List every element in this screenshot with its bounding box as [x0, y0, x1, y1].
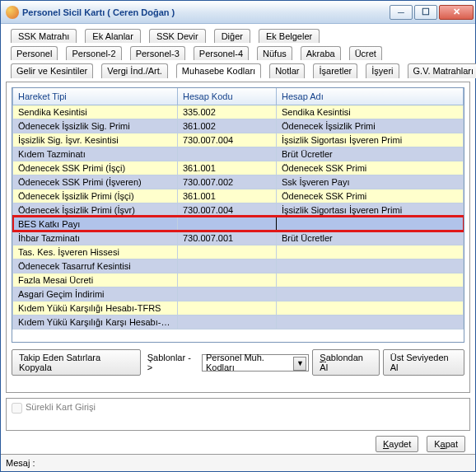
- grid-cell[interactable]: 361.002: [178, 119, 277, 133]
- grid-cell[interactable]: 730.007.002: [178, 175, 277, 189]
- tab-vergi-i-nd-art-[interactable]: Vergi İnd./Art.: [101, 63, 168, 78]
- grid-cell[interactable]: Sendika Kesintisi: [13, 105, 178, 119]
- grid-cell[interactable]: Kıdem Tazminatı: [13, 147, 178, 161]
- continuous-entry-label: Sürekli Kart Girişi: [26, 402, 96, 412]
- grid-cell[interactable]: [178, 273, 277, 287]
- copy-following-rows-button[interactable]: Takip Eden Satırlara Kopyala: [12, 349, 141, 376]
- grid-cell[interactable]: 361.001: [178, 161, 277, 175]
- templates-label: Şablonlar ->: [144, 353, 198, 372]
- table-row[interactable]: Kıdem Yükü Karşılığı Karşı Hesabı-TFRS: [13, 315, 464, 329]
- grid-cell[interactable]: Ssk İşveren Payı: [277, 175, 464, 189]
- grid-cell[interactable]: Ödenecek SSK Primi (İşveren): [13, 175, 178, 189]
- table-row[interactable]: Kıdem Yükü Karşılığı Hesabı-TFRS: [13, 301, 464, 315]
- grid-cell[interactable]: [178, 245, 277, 259]
- tab-g-v-matrahlar-[interactable]: G.V. Matrahları: [408, 63, 476, 78]
- grid-cell[interactable]: 730.007.004: [178, 203, 277, 217]
- grid-cell[interactable]: [277, 315, 464, 329]
- grid-cell[interactable]: Kıdem Yükü Karşılığı Karşı Hesabı-TFRS: [13, 315, 178, 329]
- grid-cell[interactable]: Ödenecek SSK Primi (İşçi): [13, 161, 178, 175]
- grid-cell[interactable]: Tas. Kes. İşveren Hissesi: [13, 245, 178, 259]
- grid-cell[interactable]: Ödenecek İşsizlik Sig. Primi: [13, 119, 178, 133]
- table-row[interactable]: Ödenecek İşsizlik Sig. Primi361.002Ödene…: [13, 119, 464, 133]
- tab-muhasebe-kodlar-[interactable]: Muhasebe Kodları: [176, 63, 261, 78]
- tab-personel[interactable]: Personel: [11, 46, 58, 60]
- grid-cell[interactable]: [277, 245, 464, 259]
- tab-akraba[interactable]: Akraba: [301, 46, 341, 60]
- tab-ssk-devir[interactable]: SSK Devir: [149, 29, 206, 43]
- template-select[interactable]: Personel Muh. Kodları: [202, 354, 309, 372]
- get-from-parent-button[interactable]: Üst Seviyeden Al: [383, 349, 464, 376]
- grid-cell[interactable]: Fazla Mesai Ücreti: [13, 273, 178, 287]
- table-row[interactable]: Ödenecek SSK Primi (İşçi)361.001Ödenecek…: [13, 161, 464, 175]
- tab-personel-2[interactable]: Personel-2: [66, 46, 121, 60]
- tab-notlar[interactable]: Notlar: [269, 63, 305, 78]
- table-row[interactable]: Ödenecek İşsizlik Primi (İşvr)730.007.00…: [13, 203, 464, 217]
- grid-cell[interactable]: Ödenecek İşsizlik Primi (İşvr): [13, 203, 178, 217]
- tab-ssk-matrah-[interactable]: SSK Matrahı: [11, 29, 77, 43]
- grid-cell[interactable]: Ödenecek SSK Primi: [277, 161, 464, 175]
- tab-di-er[interactable]: Diğer: [214, 29, 250, 43]
- grid-cell[interactable]: [277, 273, 464, 287]
- grid-cell[interactable]: İşsizlik Sigortası İşveren Primi: [277, 203, 464, 217]
- grid-cell[interactable]: [178, 147, 277, 161]
- grid-cell[interactable]: Ödenecek İşsizlik Primi (İşçi): [13, 189, 178, 203]
- grid-cell[interactable]: [277, 217, 464, 231]
- window-title: Personel Sicil Kartı ( Ceren Doğan ): [22, 7, 390, 17]
- table-row[interactable]: Ödenecek Tasarruf Kesintisi: [13, 259, 464, 273]
- accounting-codes-grid[interactable]: Hareket TipiHesap KoduHesap Adı Sendika …: [12, 87, 464, 343]
- grid-cell[interactable]: [178, 259, 277, 273]
- column-header[interactable]: Hesap Kodu: [178, 88, 277, 105]
- titlebar[interactable]: Personel Sicil Kartı ( Ceren Doğan ) ─ ☐…: [1, 1, 475, 24]
- grid-cell[interactable]: Ödenecek SSK Primi: [277, 189, 464, 203]
- close-button[interactable]: ✕: [439, 5, 474, 20]
- grid-cell[interactable]: [277, 259, 464, 273]
- tab-i-aretler[interactable]: İşaretler: [313, 63, 357, 78]
- tab-personel-3[interactable]: Personel-3: [130, 46, 185, 60]
- grid-cell[interactable]: [178, 315, 277, 329]
- tab-gelir-ve-kesintiler[interactable]: Gelir ve Kesintiler: [11, 63, 93, 78]
- grid-cell[interactable]: 730.007.004: [178, 133, 277, 147]
- save-button[interactable]: Kaydet: [376, 436, 418, 452]
- grid-cell[interactable]: Brüt Ücretler: [277, 147, 464, 161]
- tab-i-yeri[interactable]: İşyeri: [366, 63, 399, 78]
- table-row[interactable]: Tas. Kes. İşveren Hissesi: [13, 245, 464, 259]
- table-row[interactable]: Ödenecek İşsizlik Primi (İşçi)361.001Öde…: [13, 189, 464, 203]
- maximize-button[interactable]: ☐: [414, 5, 437, 20]
- grid-cell[interactable]: 361.001: [178, 189, 277, 203]
- tab--cret[interactable]: Ücret: [349, 46, 382, 60]
- grid-cell[interactable]: [277, 301, 464, 315]
- tab-ek-belgeler[interactable]: Ek Belgeler: [259, 29, 320, 43]
- grid-cell[interactable]: [277, 287, 464, 301]
- grid-cell[interactable]: Asgari Geçim İndirimi: [13, 287, 178, 301]
- close-form-button[interactable]: Kapat: [427, 436, 465, 452]
- grid-cell[interactable]: Brüt Ücretler: [277, 231, 464, 245]
- grid-cell[interactable]: 335.002: [178, 105, 277, 119]
- grid-cell[interactable]: [178, 287, 277, 301]
- table-row[interactable]: Sendika Kesintisi335.002Sendika Kesintis…: [13, 105, 464, 119]
- tab-personel-4[interactable]: Personel-4: [194, 46, 249, 60]
- table-row[interactable]: BES Katkı Payı: [13, 217, 464, 231]
- table-row[interactable]: İşsizlik Sig. İşvr. Kesintisi730.007.004…: [13, 133, 464, 147]
- grid-cell[interactable]: [178, 301, 277, 315]
- column-header[interactable]: Hareket Tipi: [13, 88, 178, 105]
- get-from-template-button[interactable]: Şablondan Al: [312, 349, 379, 376]
- table-row[interactable]: Kıdem TazminatıBrüt Ücretler: [13, 147, 464, 161]
- grid-cell[interactable]: BES Katkı Payı: [13, 217, 178, 231]
- grid-cell[interactable]: Ödenecek İşsizlik Primi: [277, 119, 464, 133]
- table-row[interactable]: Fazla Mesai Ücreti: [13, 273, 464, 287]
- table-row[interactable]: İhbar Tazminatı730.007.001Brüt Ücretler: [13, 231, 464, 245]
- column-header[interactable]: Hesap Adı: [277, 88, 464, 105]
- grid-cell[interactable]: Kıdem Yükü Karşılığı Hesabı-TFRS: [13, 301, 178, 315]
- grid-cell[interactable]: İhbar Tazminatı: [13, 231, 178, 245]
- grid-cell[interactable]: Sendika Kesintisi: [277, 105, 464, 119]
- minimize-button[interactable]: ─: [390, 5, 413, 20]
- grid-cell[interactable]: Ödenecek Tasarruf Kesintisi: [13, 259, 178, 273]
- grid-cell[interactable]: 730.007.001: [178, 231, 277, 245]
- grid-cell[interactable]: İşsizlik Sig. İşvr. Kesintisi: [13, 133, 178, 147]
- tab-ek-alanlar[interactable]: Ek Alanlar: [85, 29, 141, 43]
- table-row[interactable]: Ödenecek SSK Primi (İşveren)730.007.002S…: [13, 175, 464, 189]
- grid-cell[interactable]: İşsizlik Sigortası İşveren Primi: [277, 133, 464, 147]
- grid-cell[interactable]: [178, 217, 277, 231]
- table-row[interactable]: Asgari Geçim İndirimi: [13, 287, 464, 301]
- tab-n-fus[interactable]: Nüfus: [257, 46, 292, 60]
